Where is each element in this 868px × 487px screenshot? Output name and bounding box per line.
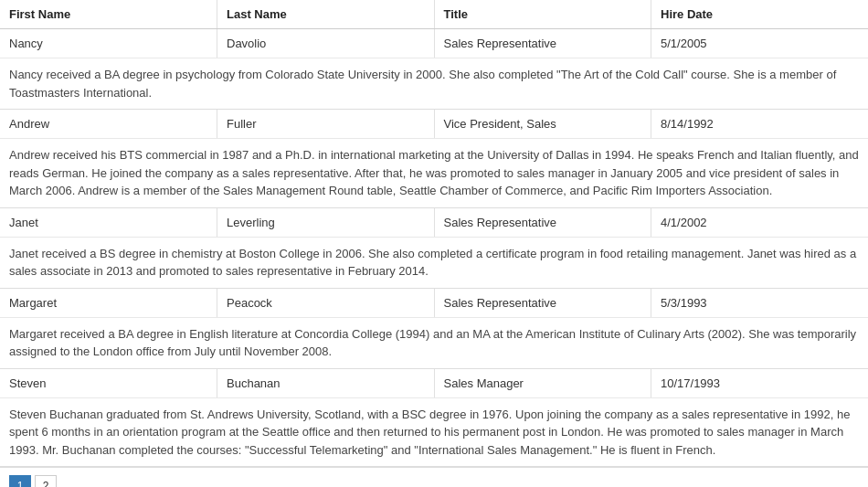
cell-lastname: Buchanan bbox=[217, 368, 435, 397]
cell-title: Vice President, Sales bbox=[434, 110, 651, 139]
page-1-button[interactable]: 1 bbox=[9, 475, 31, 487]
employees-table: First Name Last Name Title Hire Date Nan… bbox=[0, 0, 868, 467]
cell-title: Sales Manager bbox=[434, 368, 651, 397]
detail-row: Steven Buchanan graduated from St. Andre… bbox=[0, 397, 868, 467]
bio-cell: Andrew received his BTS commercial in 19… bbox=[0, 139, 868, 208]
cell-hiredate: 10/17/1993 bbox=[651, 368, 869, 397]
cell-hiredate: 8/14/1992 bbox=[651, 110, 869, 139]
table-header-row: First Name Last Name Title Hire Date bbox=[0, 0, 868, 29]
cell-lastname: Leverling bbox=[217, 207, 435, 237]
table-row: Steven Buchanan Sales Manager 10/17/1993 bbox=[0, 368, 868, 397]
cell-firstname: Margaret bbox=[0, 288, 217, 317]
cell-title: Sales Representative bbox=[434, 288, 651, 317]
cell-firstname: Janet bbox=[0, 207, 217, 237]
detail-row: Andrew received his BTS commercial in 19… bbox=[0, 139, 868, 208]
bio-cell: Margaret received a BA degree in English… bbox=[0, 317, 868, 368]
bio-cell: Steven Buchanan graduated from St. Andre… bbox=[0, 397, 868, 467]
header-lastname: Last Name bbox=[217, 0, 435, 29]
table-row: Andrew Fuller Vice President, Sales 8/14… bbox=[0, 110, 868, 139]
page-2-button[interactable]: 2 bbox=[35, 475, 57, 487]
bio-cell: Nancy received a BA degree in psychology… bbox=[0, 58, 868, 110]
cell-firstname: Steven bbox=[0, 368, 217, 397]
header-firstname: First Name bbox=[0, 0, 217, 29]
cell-hiredate: 4/1/2002 bbox=[651, 207, 869, 237]
cell-firstname: Nancy bbox=[0, 29, 217, 58]
cell-hiredate: 5/3/1993 bbox=[651, 288, 869, 317]
cell-title: Sales Representative bbox=[434, 207, 651, 237]
bio-cell: Janet received a BS degree in chemistry … bbox=[0, 237, 868, 288]
table-row: Janet Leverling Sales Representative 4/1… bbox=[0, 207, 868, 237]
detail-row: Nancy received a BA degree in psychology… bbox=[0, 58, 868, 110]
cell-lastname: Fuller bbox=[217, 110, 435, 139]
detail-row: Margaret received a BA degree in English… bbox=[0, 317, 868, 368]
header-title: Title bbox=[434, 0, 651, 29]
table-row: Margaret Peacock Sales Representative 5/… bbox=[0, 288, 868, 317]
table-row: Nancy Davolio Sales Representative 5/1/2… bbox=[0, 29, 868, 58]
pagination: 1 2 bbox=[0, 467, 868, 487]
header-hiredate: Hire Date bbox=[651, 0, 869, 29]
cell-title: Sales Representative bbox=[434, 29, 651, 58]
cell-firstname: Andrew bbox=[0, 110, 217, 139]
cell-lastname: Davolio bbox=[217, 29, 435, 58]
cell-lastname: Peacock bbox=[217, 288, 435, 317]
detail-row: Janet received a BS degree in chemistry … bbox=[0, 237, 868, 288]
cell-hiredate: 5/1/2005 bbox=[651, 29, 869, 58]
